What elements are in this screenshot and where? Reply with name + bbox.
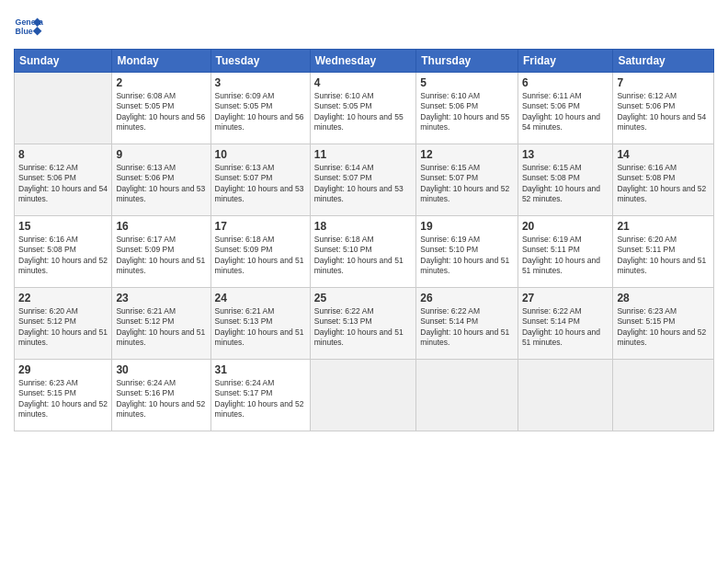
sunset-text: Sunset: 5:09 PM <box>116 245 174 254</box>
calendar-cell <box>15 73 112 144</box>
sunrise-text: Sunrise: 6:18 AM <box>314 235 374 244</box>
daylight-text: Daylight: 10 hours and 55 minutes. <box>420 112 509 132</box>
daylight-text: Daylight: 10 hours and 51 minutes. <box>522 256 600 275</box>
day-info: Sunrise: 6:17 AMSunset: 5:09 PMDaylight:… <box>116 235 206 277</box>
col-tuesday: Tuesday <box>210 50 310 73</box>
day-number: 14 <box>617 148 710 161</box>
sunset-text: Sunset: 5:07 PM <box>215 173 273 182</box>
calendar-cell: 26Sunrise: 6:22 AMSunset: 5:14 PMDayligh… <box>416 288 518 360</box>
daylight-text: Daylight: 10 hours and 53 minutes. <box>215 184 304 203</box>
calendar-cell: 30Sunrise: 6:24 AMSunset: 5:16 PMDayligh… <box>112 360 210 431</box>
calendar-cell: 17Sunrise: 6:18 AMSunset: 5:09 PMDayligh… <box>210 216 310 288</box>
calendar-table: Sunday Monday Tuesday Wednesday Thursday… <box>14 49 714 431</box>
calendar-week-3: 22Sunrise: 6:20 AMSunset: 5:12 PMDayligh… <box>15 288 714 360</box>
sunset-text: Sunset: 5:05 PM <box>116 101 174 110</box>
sunset-text: Sunset: 5:15 PM <box>617 316 675 326</box>
sunset-text: Sunset: 5:06 PM <box>522 101 580 110</box>
daylight-text: Daylight: 10 hours and 52 minutes. <box>116 399 205 419</box>
sunrise-text: Sunrise: 6:22 AM <box>420 306 480 316</box>
page-container: General Blue Sunday Monday Tuesday Wedne… <box>0 0 728 441</box>
col-monday: Monday <box>112 50 210 73</box>
daylight-text: Daylight: 10 hours and 53 minutes. <box>314 184 404 203</box>
day-number: 16 <box>116 220 206 233</box>
day-number: 25 <box>314 292 413 304</box>
daylight-text: Daylight: 10 hours and 51 minutes. <box>18 327 108 347</box>
sunset-text: Sunset: 5:05 PM <box>314 101 372 110</box>
day-info: Sunrise: 6:13 AMSunset: 5:06 PMDaylight:… <box>116 163 206 205</box>
calendar-cell <box>518 360 613 431</box>
daylight-text: Daylight: 10 hours and 54 minutes. <box>18 184 108 203</box>
calendar-cell: 3Sunrise: 6:09 AMSunset: 5:05 PMDaylight… <box>210 73 310 144</box>
daylight-text: Daylight: 10 hours and 52 minutes. <box>617 184 706 203</box>
sunrise-text: Sunrise: 6:19 AM <box>522 235 582 244</box>
day-info: Sunrise: 6:22 AMSunset: 5:13 PMDaylight:… <box>314 306 413 349</box>
calendar-cell: 24Sunrise: 6:21 AMSunset: 5:13 PMDayligh… <box>210 288 310 360</box>
calendar-cell: 13Sunrise: 6:15 AMSunset: 5:08 PMDayligh… <box>518 144 613 216</box>
sunrise-text: Sunrise: 6:10 AM <box>314 91 374 100</box>
col-wednesday: Wednesday <box>310 50 416 73</box>
calendar-week-0: 2Sunrise: 6:08 AMSunset: 5:05 PMDaylight… <box>15 73 714 144</box>
calendar-cell: 27Sunrise: 6:22 AMSunset: 5:14 PMDayligh… <box>518 288 613 360</box>
day-number: 8 <box>18 148 108 161</box>
daylight-text: Daylight: 10 hours and 51 minutes. <box>116 327 205 347</box>
sunset-text: Sunset: 5:13 PM <box>314 316 372 326</box>
daylight-text: Daylight: 10 hours and 52 minutes. <box>18 399 108 419</box>
day-number: 12 <box>420 148 514 161</box>
logo-icon: General Blue <box>14 14 43 40</box>
day-info: Sunrise: 6:08 AMSunset: 5:05 PMDaylight:… <box>116 91 206 133</box>
day-info: Sunrise: 6:18 AMSunset: 5:09 PMDaylight:… <box>215 235 306 277</box>
sunset-text: Sunset: 5:10 PM <box>420 245 478 254</box>
day-info: Sunrise: 6:22 AMSunset: 5:14 PMDaylight:… <box>522 306 609 349</box>
daylight-text: Daylight: 10 hours and 51 minutes. <box>215 256 304 275</box>
calendar-cell: 19Sunrise: 6:19 AMSunset: 5:10 PMDayligh… <box>416 216 518 288</box>
sunset-text: Sunset: 5:15 PM <box>18 388 76 397</box>
sunset-text: Sunset: 5:06 PM <box>116 173 174 182</box>
sunset-text: Sunset: 5:17 PM <box>215 388 273 397</box>
sunset-text: Sunset: 5:12 PM <box>116 316 174 326</box>
sunset-text: Sunset: 5:09 PM <box>215 245 273 254</box>
calendar-cell: 9Sunrise: 6:13 AMSunset: 5:06 PMDaylight… <box>112 144 210 216</box>
sunset-text: Sunset: 5:05 PM <box>215 101 273 110</box>
sunset-text: Sunset: 5:06 PM <box>420 101 478 110</box>
calendar-cell: 12Sunrise: 6:15 AMSunset: 5:07 PMDayligh… <box>416 144 518 216</box>
day-info: Sunrise: 6:15 AMSunset: 5:08 PMDaylight:… <box>522 163 609 205</box>
calendar-cell: 16Sunrise: 6:17 AMSunset: 5:09 PMDayligh… <box>112 216 210 288</box>
day-number: 3 <box>215 76 306 89</box>
calendar-week-4: 29Sunrise: 6:23 AMSunset: 5:15 PMDayligh… <box>15 360 714 431</box>
calendar-week-1: 8Sunrise: 6:12 AMSunset: 5:06 PMDaylight… <box>15 144 714 216</box>
sunrise-text: Sunrise: 6:23 AM <box>617 306 677 316</box>
calendar-cell: 4Sunrise: 6:10 AMSunset: 5:05 PMDaylight… <box>310 73 416 144</box>
daylight-text: Daylight: 10 hours and 55 minutes. <box>314 112 404 132</box>
sunset-text: Sunset: 5:06 PM <box>617 101 675 110</box>
day-info: Sunrise: 6:13 AMSunset: 5:07 PMDaylight:… <box>215 163 306 205</box>
calendar-cell: 20Sunrise: 6:19 AMSunset: 5:11 PMDayligh… <box>518 216 613 288</box>
day-number: 18 <box>314 220 413 233</box>
day-number: 24 <box>215 292 306 304</box>
sunrise-text: Sunrise: 6:11 AM <box>522 91 582 100</box>
sunset-text: Sunset: 5:07 PM <box>314 173 372 182</box>
calendar-cell: 14Sunrise: 6:16 AMSunset: 5:08 PMDayligh… <box>613 144 714 216</box>
day-number: 20 <box>522 220 609 233</box>
daylight-text: Daylight: 10 hours and 52 minutes. <box>18 256 108 275</box>
sunset-text: Sunset: 5:08 PM <box>617 173 675 182</box>
calendar-cell: 6Sunrise: 6:11 AMSunset: 5:06 PMDaylight… <box>518 73 613 144</box>
daylight-text: Daylight: 10 hours and 51 minutes. <box>522 327 600 347</box>
sunrise-text: Sunrise: 6:17 AM <box>116 235 176 244</box>
daylight-text: Daylight: 10 hours and 52 minutes. <box>617 327 706 347</box>
sunset-text: Sunset: 5:06 PM <box>18 173 76 182</box>
day-number: 6 <box>522 76 609 89</box>
daylight-text: Daylight: 10 hours and 51 minutes. <box>420 256 509 275</box>
sunset-text: Sunset: 5:13 PM <box>215 316 273 326</box>
header: General Blue <box>14 14 714 40</box>
daylight-text: Daylight: 10 hours and 54 minutes. <box>617 112 706 132</box>
sunrise-text: Sunrise: 6:22 AM <box>522 306 582 316</box>
day-number: 23 <box>116 292 206 304</box>
sunrise-text: Sunrise: 6:12 AM <box>18 163 78 172</box>
col-friday: Friday <box>518 50 613 73</box>
logo: General Blue <box>14 14 43 40</box>
sunrise-text: Sunrise: 6:23 AM <box>18 378 78 387</box>
day-info: Sunrise: 6:12 AMSunset: 5:06 PMDaylight:… <box>617 91 710 133</box>
daylight-text: Daylight: 10 hours and 54 minutes. <box>522 112 600 132</box>
day-info: Sunrise: 6:12 AMSunset: 5:06 PMDaylight:… <box>18 163 108 205</box>
calendar-cell <box>310 360 416 431</box>
